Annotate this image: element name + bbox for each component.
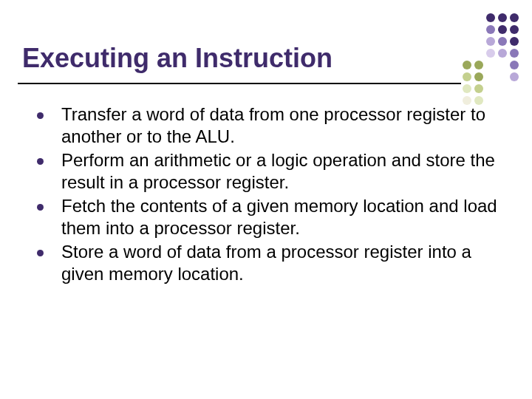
bullet-text: Fetch the contents of a given memory loc… bbox=[61, 195, 502, 239]
slide: Executing an Instruction Transfer a word… bbox=[0, 0, 532, 399]
slide-title: Executing an Instruction bbox=[22, 43, 332, 74]
bullet-icon bbox=[37, 158, 44, 165]
decorative-dot-grid bbox=[463, 13, 519, 105]
bullet-list: Transfer a word of data from one process… bbox=[37, 103, 502, 287]
list-item: Transfer a word of data from one process… bbox=[37, 103, 502, 148]
bullet-icon bbox=[37, 112, 44, 119]
bullet-icon bbox=[37, 204, 44, 211]
list-item: Perform an arithmetic or a logic operati… bbox=[37, 149, 502, 194]
bullet-icon bbox=[37, 250, 44, 256]
bullet-text: Store a word of data from a processor re… bbox=[61, 241, 502, 285]
title-underline bbox=[18, 83, 461, 84]
list-item: Store a word of data from a processor re… bbox=[37, 241, 502, 285]
bullet-text: Perform an arithmetic or a logic operati… bbox=[61, 149, 502, 194]
bullet-text: Transfer a word of data from one process… bbox=[61, 103, 502, 148]
list-item: Fetch the contents of a given memory loc… bbox=[37, 195, 502, 239]
